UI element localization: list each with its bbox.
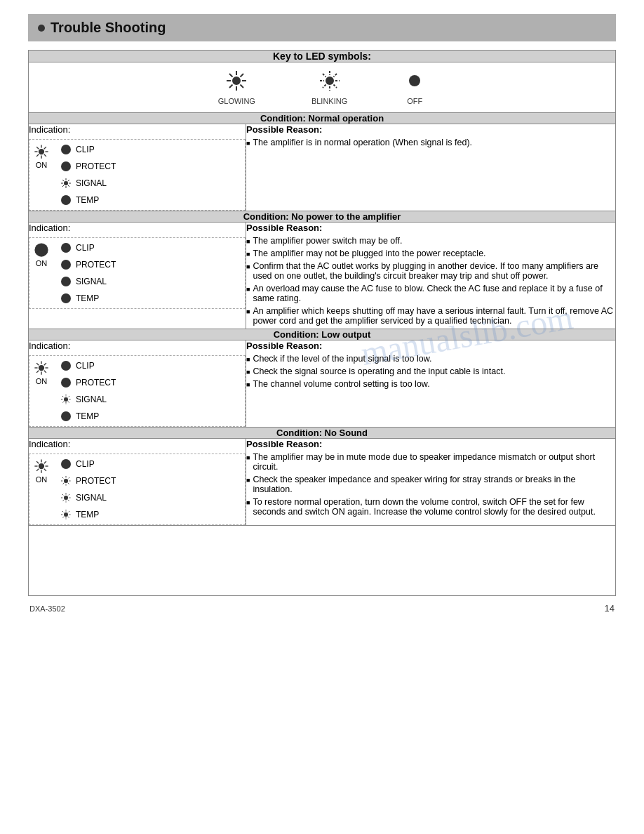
svg-line-15	[333, 85, 337, 88]
indication-cell-normal: Indication: ONCLIPPROTECT SIGNALTEMP	[29, 124, 246, 211]
indicator-label-no-sound-3: TEMP	[76, 510, 99, 519]
reason-bullet-low-output-1: ■	[246, 369, 250, 376]
svg-point-94	[64, 512, 68, 517]
svg-point-65	[61, 411, 71, 421]
glowing-label: GLOWING	[218, 97, 255, 105]
reason-text-no-sound-2: To restore normal operation, turn down t…	[253, 497, 615, 517]
reason-text-no-power-0: The amplifier power switch may be off.	[253, 236, 402, 246]
on-col-low-output: ON	[34, 360, 55, 422]
svg-line-16	[333, 74, 337, 77]
condition-header-row-normal: Condition: Normal operation	[29, 113, 616, 124]
reason-item-no-sound-1: ■Check the speaker impedance and speaker…	[246, 475, 615, 494]
svg-point-42	[61, 260, 71, 270]
indicator-label-low-output-2: SIGNAL	[76, 395, 107, 404]
indicator-label-no-sound-0: CLIP	[76, 459, 95, 469]
indicator-label-normal-0: CLIP	[76, 145, 95, 154]
page-header: Trouble Shooting	[28, 14, 616, 41]
reason-text-no-power-4: An amplifier which keeps shutting off ma…	[253, 306, 615, 326]
indication-label-no-power: Indication:	[29, 223, 246, 233]
glowing-icon	[225, 70, 248, 92]
svg-line-17	[323, 85, 326, 88]
reason-text-low-output-2: The channel volume control setting is to…	[253, 379, 429, 389]
condition-header-no-power: Condition: No power to the amplifier	[29, 211, 616, 223]
indicator-label-no-power-3: TEMP	[76, 293, 99, 303]
reason-bullet-no-sound-0: ■	[246, 454, 250, 461]
indicator-row-normal-3: TEMP	[60, 194, 116, 206]
indicator-label-normal-1: PROTECT	[76, 161, 116, 171]
svg-line-99	[62, 511, 64, 512]
extra-row	[29, 526, 616, 596]
svg-point-18	[409, 75, 420, 86]
indication-label-no-sound: Indication:	[29, 439, 246, 449]
condition-header-no-sound: Condition: No Sound	[29, 428, 616, 439]
svg-line-7	[241, 74, 244, 77]
footer-model: DXA-3502	[29, 604, 65, 613]
reason-text-normal-0: The amplifier is in normal operation (Wh…	[253, 138, 472, 147]
led-off: OFF	[403, 70, 426, 105]
indication-inner-no-power: ONCLIPPROTECTSIGNALTEMP	[29, 237, 246, 309]
svg-line-14	[323, 74, 326, 77]
condition-header-low-output: Condition: Low output	[29, 329, 616, 340]
svg-line-53	[36, 371, 39, 373]
svg-point-54	[61, 361, 71, 371]
indicator-row-low-output-0: CLIP	[60, 360, 116, 371]
indicator-row-no-sound-3: TEMP	[60, 509, 116, 520]
svg-line-25	[44, 154, 46, 157]
footer: DXA-3502 14	[28, 603, 616, 614]
reason-item-no-power-0: ■The amplifier power switch may be off.	[246, 236, 615, 246]
svg-line-5	[229, 74, 233, 77]
footer-page: 14	[605, 603, 615, 614]
svg-line-91	[68, 500, 69, 501]
indicator-row-normal-2: SIGNAL	[60, 178, 116, 189]
on-label-low-output: ON	[36, 377, 48, 385]
indicator-label-no-power-1: PROTECT	[76, 260, 116, 270]
reason-item-low-output-1: ■Check the signal source is operating an…	[246, 366, 615, 376]
indicator-label-no-sound-1: PROTECT	[76, 476, 116, 486]
reason-title-no-power: Possible Reason:	[246, 223, 615, 233]
section-row-low-output: Indication: ONCLIPPROTECT SIGNALTEMPPoss…	[29, 340, 616, 428]
on-label-no-power: ON	[36, 259, 48, 267]
svg-point-39	[61, 195, 71, 205]
header-bullet	[38, 25, 45, 32]
svg-line-71	[36, 461, 39, 463]
svg-line-51	[44, 371, 46, 373]
svg-point-43	[61, 277, 71, 286]
indicator-row-no-power-3: TEMP	[60, 293, 116, 304]
svg-line-84	[62, 483, 64, 484]
reason-title-no-sound: Possible Reason:	[246, 439, 615, 449]
indicators-col-low-output: CLIPPROTECT SIGNALTEMP	[60, 360, 116, 422]
svg-line-92	[68, 494, 69, 496]
led-glowing: GLOWING	[218, 70, 255, 105]
svg-point-45	[39, 365, 44, 371]
svg-point-76	[64, 479, 68, 483]
condition-header-normal: Condition: Normal operation	[29, 113, 616, 124]
reason-item-no-power-2: ■Confirm that the AC outlet works by plu…	[246, 261, 615, 281]
svg-point-75	[61, 459, 71, 469]
section-row-no-sound: Indication: ONCLIP PROTECT SIGNAL	[29, 439, 616, 526]
on-col-no-power: ON	[34, 242, 55, 304]
svg-line-35	[62, 180, 64, 181]
reason-bullet-no-sound-2: ■	[246, 499, 250, 506]
indicator-label-normal-2: SIGNAL	[76, 178, 107, 188]
reason-text-no-sound-1: Check the speaker impedance and speaker …	[253, 475, 615, 494]
svg-line-27	[36, 154, 39, 157]
indicator-row-low-output-3: TEMP	[60, 411, 116, 422]
svg-line-61	[62, 396, 64, 397]
reason-text-low-output-1: Check the signal source is operating and…	[253, 366, 505, 376]
svg-point-30	[64, 181, 68, 185]
svg-point-29	[61, 161, 71, 171]
svg-line-37	[68, 180, 69, 181]
reason-item-no-power-3: ■An overload may cause the AC fuse to bl…	[246, 284, 615, 303]
indication-inner-normal: ONCLIPPROTECT SIGNALTEMP	[29, 139, 246, 211]
svg-point-28	[61, 145, 71, 154]
svg-point-41	[61, 243, 71, 253]
indicator-row-no-power-2: SIGNAL	[60, 276, 116, 287]
section-row-normal: Indication: ONCLIPPROTECT SIGNALTEMPPoss…	[29, 124, 616, 211]
svg-point-0	[232, 77, 241, 85]
reason-bullet-no-sound-1: ■	[246, 477, 250, 484]
indicator-row-no-power-1: PROTECT	[60, 259, 116, 270]
reason-bullet-no-power-3: ■	[246, 286, 250, 293]
svg-line-64	[62, 402, 64, 403]
reason-item-no-sound-2: ■To restore normal operation, turn down …	[246, 497, 615, 517]
reason-cell-low-output: Possible Reason:■Check if the level of t…	[246, 340, 616, 428]
